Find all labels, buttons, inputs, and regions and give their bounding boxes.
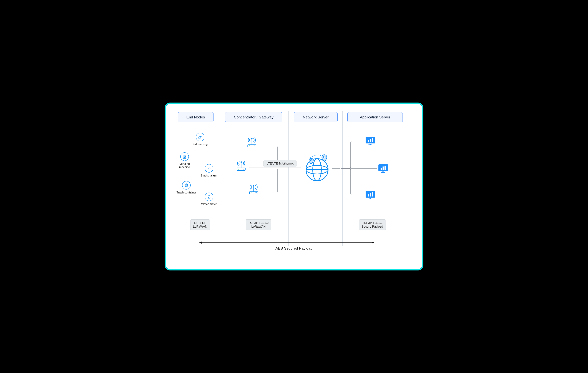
svg-rect-44 (383, 166, 384, 170)
aes-arrow-label: AES Secured Payload (167, 246, 421, 251)
backhaul-label: LTE/LTE-M/ethernet (263, 160, 296, 167)
svg-rect-36 (368, 144, 372, 145)
header-end-nodes: End Nodes (178, 112, 213, 122)
header-app-server: Application Server (347, 112, 403, 122)
globe-location-icon (302, 153, 332, 184)
svg-rect-43 (381, 168, 382, 170)
svg-rect-35 (369, 144, 371, 144)
svg-point-0 (201, 136, 201, 136)
svg-point-9 (251, 138, 252, 139)
svg-rect-48 (368, 199, 372, 199)
chart-monitor-icon (365, 190, 376, 200)
svg-point-11 (249, 145, 250, 146)
diagram-canvas: End Nodes Concentrator / Gateway Network… (167, 105, 421, 268)
antenna-router-icon (246, 136, 258, 149)
column-divider-1 (221, 111, 221, 246)
svg-rect-5 (185, 156, 186, 157)
svg-rect-51 (372, 192, 373, 197)
flame-icon (205, 164, 213, 173)
svg-rect-39 (372, 138, 373, 142)
svg-marker-53 (199, 241, 202, 244)
svg-rect-47 (369, 198, 371, 199)
node-water-meter: Water meter (198, 193, 220, 206)
vending-icon (180, 152, 189, 161)
svg-point-21 (253, 185, 254, 186)
header-network-server: Network Server (294, 112, 337, 122)
svg-rect-49 (368, 194, 369, 197)
droplet-icon (205, 193, 213, 201)
node-label: Smoke alarm (198, 174, 220, 177)
node-trash-container: Trash container (176, 181, 197, 194)
chart-monitor-icon (378, 164, 388, 173)
node-smoke-alarm: Smoke alarm (198, 164, 220, 177)
node-pet-tracking: Pet tracking (189, 133, 211, 146)
svg-rect-42 (381, 172, 385, 173)
node-vending-machine: Vending machine (174, 152, 195, 169)
svg-point-32 (310, 160, 312, 161)
svg-point-15 (241, 162, 242, 162)
column-divider-2 (288, 111, 289, 246)
header-gateway: Concentrator / Gateway (225, 112, 282, 122)
diagram-frame: End Nodes Concentrator / Gateway Network… (165, 103, 423, 270)
node-label: Pet tracking (189, 143, 211, 146)
svg-point-23 (251, 192, 252, 193)
svg-rect-41 (382, 172, 384, 172)
chart-monitor-icon (365, 136, 376, 146)
node-label: Vending machine (174, 162, 195, 169)
svg-rect-37 (368, 140, 369, 142)
dog-icon (196, 133, 204, 141)
svg-rect-50 (370, 193, 371, 197)
svg-rect-6 (184, 157, 186, 158)
svg-marker-54 (372, 241, 374, 244)
tag-protocol-end-nodes: LoRa RF LoRaWAN (190, 219, 210, 230)
antenna-router-icon (247, 183, 260, 196)
antenna-router-icon (235, 160, 247, 172)
svg-rect-45 (385, 166, 386, 170)
node-label: Water meter (198, 203, 220, 206)
aes-arrow (199, 241, 374, 244)
svg-point-17 (238, 169, 239, 170)
trash-icon (182, 181, 191, 189)
tag-protocol-gateway: TCP/IP TLS1.2 LoRaWAN (246, 219, 271, 230)
tag-protocol-app-server: TCP/IP TLS1.2 Secure Payload (359, 219, 386, 230)
node-label: Trash container (176, 191, 197, 194)
svg-rect-38 (370, 139, 371, 142)
column-divider-3 (342, 111, 343, 246)
svg-point-33 (324, 156, 325, 158)
